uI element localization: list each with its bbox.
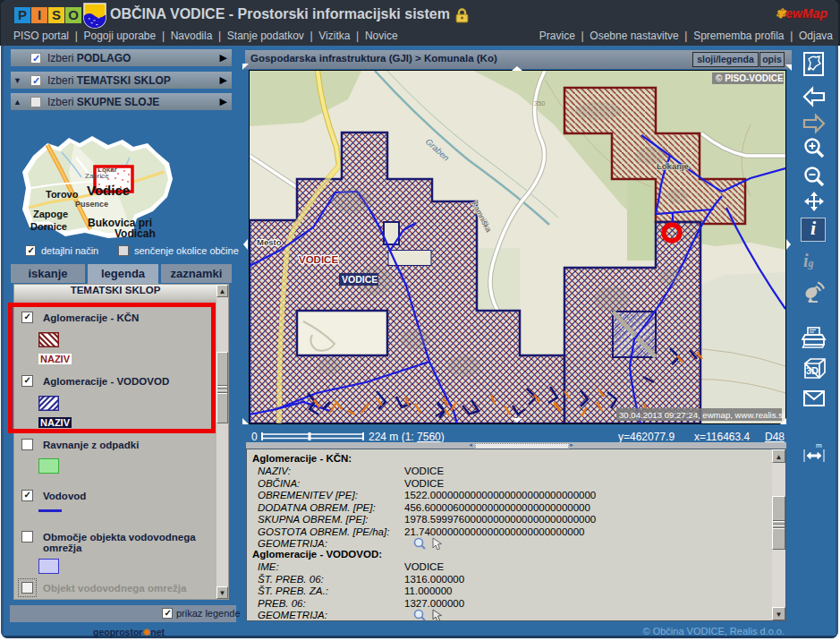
svg-text:m: m (816, 441, 822, 449)
svg-text:© PISO-VODICE: © PISO-VODICE (716, 73, 784, 83)
svg-text:3D: 3D (806, 365, 819, 376)
svg-text:Lokanje: Lokanje (657, 161, 689, 171)
svg-text:Dornice: Dornice (30, 221, 67, 232)
svg-text:350: 350 (534, 99, 546, 107)
svg-text:Torovo: Torovo (46, 189, 79, 200)
svg-text:VODICE: VODICE (299, 254, 338, 265)
svg-text:Lokar: Lokar (98, 166, 117, 174)
svg-text:VODICE: VODICE (342, 274, 378, 285)
svg-text:Vodice: Vodice (87, 183, 130, 198)
svg-text:Pusence: Pusence (75, 200, 108, 209)
svg-text:Vodicah: Vodicah (115, 227, 156, 240)
svg-text:30.04.2013 09:27:24, ewmap, ww: 30.04.2013 09:27:24, ewmap, www.realis.s… (619, 410, 785, 420)
svg-text:Zapoge: Zapoge (33, 209, 68, 219)
svg-text:Mesto: Mesto (257, 237, 282, 247)
